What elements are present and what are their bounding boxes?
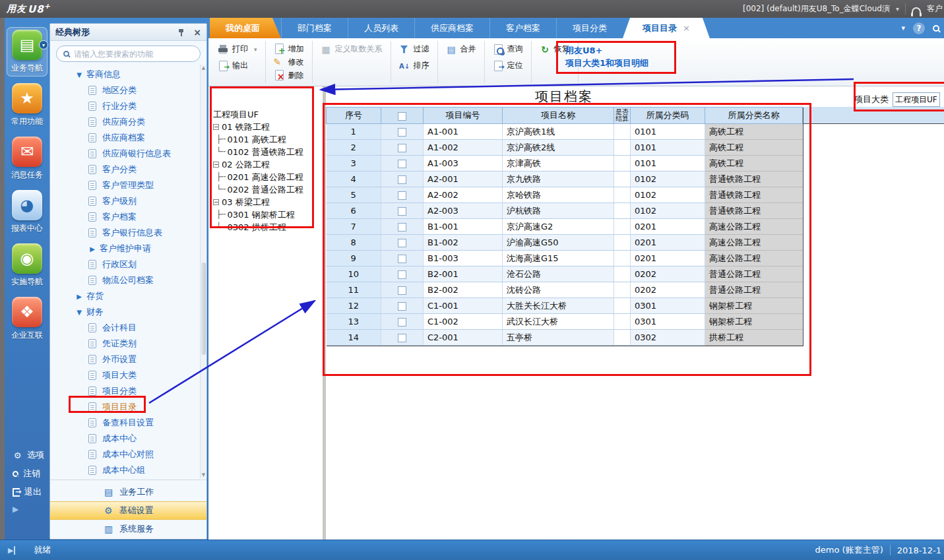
cell-class-code[interactable]: 0202 <box>631 282 705 298</box>
tree-item[interactable]: 客户级别 <box>50 193 200 209</box>
rail-footer-logout[interactable]: 注销 <box>5 464 49 483</box>
tree-footer-item[interactable]: ▥系统服务 <box>50 520 206 538</box>
cell-code[interactable]: A2-003 <box>424 203 503 219</box>
sidebar-item-reports[interactable]: ◕报表中心 <box>7 190 47 234</box>
cell-code[interactable]: B1-001 <box>424 219 503 235</box>
tree-item[interactable]: 成本中心对照 <box>50 447 200 462</box>
row-checkbox[interactable] <box>398 144 406 152</box>
rail-footer-options[interactable]: ⚙选项 <box>5 446 49 464</box>
cell-select[interactable] <box>381 314 424 330</box>
tab-我的桌面[interactable]: 我的桌面 <box>210 18 281 38</box>
cell-name[interactable]: 京沪高铁2线 <box>503 140 614 156</box>
tree-footer-item[interactable]: ▤业务工作 <box>50 483 206 501</box>
collapse-box-icon[interactable]: − <box>213 162 219 168</box>
cell-code[interactable]: C1-001 <box>424 298 503 314</box>
cell-class-code[interactable]: 0201 <box>631 251 705 266</box>
cell-code[interactable]: B2-002 <box>424 282 503 298</box>
cell-select[interactable] <box>381 156 424 171</box>
snippet-group[interactable]: − 01 铁路工程 <box>213 121 303 133</box>
row-checkbox[interactable] <box>398 255 406 263</box>
tree-group[interactable]: ▶客户维护申请 <box>50 241 200 257</box>
select-all-checkbox[interactable] <box>398 112 406 121</box>
tree-item[interactable]: 成本中心 <box>50 431 200 447</box>
tree-item[interactable]: 客户分类 <box>50 162 200 177</box>
cell-class-code[interactable]: 0301 <box>631 314 705 330</box>
cell-select[interactable] <box>381 235 424 251</box>
toolbar-button-查询[interactable]: 查询 <box>493 42 523 56</box>
cell-code[interactable]: A2-002 <box>424 187 503 203</box>
tab-人员列表[interactable]: 人员列表 <box>348 18 414 38</box>
cell-class-code[interactable]: 0102 <box>631 187 705 203</box>
account-dropdown-icon[interactable]: ▾ <box>896 5 899 13</box>
snippet-item[interactable]: ├╌0301 钢架桥工程 <box>213 208 303 221</box>
cell-code[interactable]: C2-001 <box>424 330 503 346</box>
tree-item[interactable]: 客户档案 <box>50 209 200 225</box>
cell-code[interactable]: B1-003 <box>424 251 503 266</box>
cell-select[interactable] <box>381 187 424 203</box>
tree-item[interactable]: 项目大类 <box>50 367 200 383</box>
tree-group[interactable]: ▼财务 <box>50 304 200 320</box>
toolbar-button-删除[interactable]: 删除 <box>274 69 304 82</box>
sidebar-item-enterprise[interactable]: ❖企业互联 <box>7 297 47 341</box>
close-icon[interactable]: × <box>193 27 201 38</box>
row-checkbox[interactable] <box>398 223 406 232</box>
tree-item[interactable]: 会计科目 <box>50 320 200 336</box>
tree-item[interactable]: 行业分类 <box>50 98 200 114</box>
cell-name[interactable]: 京津高铁 <box>503 156 614 171</box>
col-select[interactable] <box>381 108 424 124</box>
project-class-input[interactable] <box>893 92 940 107</box>
tree-item[interactable]: 行政区划 <box>50 257 200 272</box>
toolbar-button-修改[interactable]: 修改 <box>274 55 304 69</box>
cell-select[interactable] <box>381 219 424 235</box>
tree-item[interactable]: 成本中心组 <box>50 462 200 478</box>
tree-item[interactable]: 地区分类 <box>50 82 200 98</box>
cell-code[interactable]: A1-002 <box>424 140 503 156</box>
cell-name[interactable]: 沪渝高速G50 <box>503 235 614 251</box>
tab-close-icon[interactable]: × <box>683 23 690 33</box>
cell-class-code[interactable]: 0301 <box>631 298 705 314</box>
rail-footer-exit[interactable]: 退出 <box>5 483 49 501</box>
tree-item[interactable]: 供应商档案 <box>50 130 200 146</box>
row-checkbox[interactable] <box>398 270 406 279</box>
row-checkbox[interactable] <box>398 128 406 137</box>
tree-item[interactable]: 备查科目设置 <box>50 415 200 431</box>
cell-select[interactable] <box>381 171 424 187</box>
toolbar-button-定位[interactable]: 定位 <box>493 59 523 73</box>
pin-icon[interactable] <box>177 28 185 36</box>
toolbar-button-排序[interactable]: 排序 <box>399 59 429 73</box>
cell-select[interactable] <box>381 140 424 156</box>
cell-class-code[interactable]: 0101 <box>631 124 705 140</box>
scrollbar-thumb[interactable] <box>201 263 206 355</box>
tree-footer-item[interactable]: ⚙基础设置 <box>50 501 206 520</box>
cell-select[interactable] <box>381 251 424 266</box>
tree-item[interactable]: 凭证类别 <box>50 336 200 352</box>
snippet-item[interactable]: └╌0102 普通铁路工程 <box>213 146 303 158</box>
scroll-up-icon[interactable]: ▲ <box>201 65 206 71</box>
scroll-down-icon[interactable]: ▼ <box>201 472 206 478</box>
cell-class-code[interactable]: 0101 <box>631 140 705 156</box>
cell-code[interactable]: A1-001 <box>424 124 503 140</box>
sidebar-item-business-nav[interactable]: ▤▾业务导航 <box>7 27 47 77</box>
cell-name[interactable]: 沧石公路 <box>503 266 614 282</box>
row-checkbox[interactable] <box>398 239 406 247</box>
tree-item[interactable]: 客户银行信息表 <box>50 225 200 241</box>
sidebar-item-implement[interactable]: ◉实施导航 <box>7 243 47 288</box>
tree-item[interactable]: 项目目录 <box>50 399 200 415</box>
toolbar-button-合并[interactable]: 合并 <box>446 42 476 56</box>
cell-select[interactable] <box>381 124 424 140</box>
chevron-down-icon[interactable]: ▾ <box>39 40 48 49</box>
tree-item[interactable]: 物流公司档案 <box>50 272 200 288</box>
collapse-box-icon[interactable]: − <box>213 124 219 130</box>
tab-项目目录[interactable]: 项目目录× <box>623 18 710 38</box>
help-icon[interactable]: ? <box>913 22 925 34</box>
snippet-item[interactable]: ├╌0201 高速公路工程 <box>213 171 303 183</box>
tree-item[interactable]: 供应商分类 <box>50 114 200 130</box>
tab-项目分类[interactable]: 项目分类 <box>556 18 623 38</box>
function-search-box[interactable] <box>56 46 201 62</box>
cell-code[interactable]: A1-003 <box>424 156 503 171</box>
tab-部门档案[interactable]: 部门档案 <box>281 18 348 38</box>
tab-客户档案[interactable]: 客户档案 <box>489 18 556 38</box>
tree-item[interactable]: 外币设置 <box>50 352 200 367</box>
tree-scrollbar[interactable]: ▲ ▼ <box>200 65 206 478</box>
sidebar-item-favorites[interactable]: ★常用功能 <box>7 83 47 127</box>
